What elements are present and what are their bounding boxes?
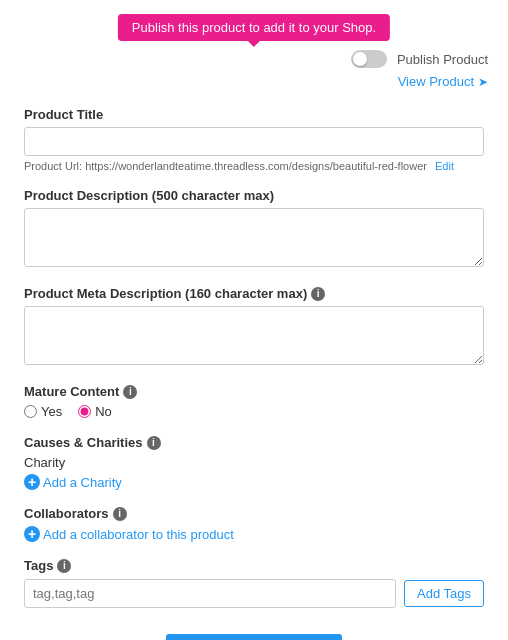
collaborators-label: Collaborators i	[24, 506, 484, 521]
add-charity-plus-icon: +	[24, 474, 40, 490]
add-collaborator-label: Add a collaborator to this product	[43, 527, 234, 542]
collaborators-info-icon[interactable]: i	[113, 507, 127, 521]
mature-content-info-icon[interactable]: i	[123, 385, 137, 399]
tags-input[interactable]	[24, 579, 396, 608]
product-meta-description-input[interactable]	[24, 306, 484, 365]
page-container: Publish this product to add it to your S…	[0, 0, 508, 640]
causes-charities-label: Causes & Charities i	[24, 435, 484, 450]
product-meta-description-label: Product Meta Description (160 character …	[24, 286, 484, 301]
tags-info-icon[interactable]: i	[57, 559, 71, 573]
product-description-section: Product Description (500 character max)	[0, 180, 508, 278]
product-title-input[interactable]	[24, 127, 484, 156]
product-title-label: Product Title	[24, 107, 484, 122]
product-description-input[interactable]	[24, 208, 484, 267]
view-product-arrow-icon: ➤	[478, 75, 488, 89]
publish-label: Publish Product	[397, 52, 488, 67]
mature-content-no-label: No	[95, 404, 112, 419]
publish-toggle[interactable]	[351, 50, 387, 68]
add-collaborator-plus-icon: +	[24, 526, 40, 542]
view-product-label: View Product	[398, 74, 474, 89]
view-product-link[interactable]: View Product ➤	[398, 74, 488, 89]
mature-content-section: Mature Content i Yes No	[0, 376, 508, 427]
add-charity-label: Add a Charity	[43, 475, 122, 490]
tooltip-text: Publish this product to add it to your S…	[132, 20, 376, 35]
product-meta-description-section: Product Meta Description (160 character …	[0, 278, 508, 376]
mature-content-yes-option[interactable]: Yes	[24, 404, 62, 419]
mature-content-no-radio[interactable]	[78, 405, 91, 418]
save-button-row: SAVE UPDATES	[0, 634, 508, 640]
tags-section: Tags i Add Tags	[0, 550, 508, 616]
causes-charities-info-icon[interactable]: i	[147, 436, 161, 450]
product-title-section: Product Title Product Url: https://wonde…	[0, 99, 508, 180]
mature-content-radio-group: Yes No	[24, 404, 484, 419]
tags-label: Tags i	[24, 558, 484, 573]
collaborators-section: Collaborators i + Add a collaborator to …	[0, 498, 508, 550]
mature-content-yes-label: Yes	[41, 404, 62, 419]
toggle-thumb	[353, 52, 367, 66]
view-product-row: View Product ➤	[0, 72, 508, 99]
product-url-value: https://wonderlandteatime.threadless.com…	[85, 160, 427, 172]
charity-item: Charity	[24, 455, 484, 470]
charity-name: Charity	[24, 455, 65, 470]
product-url-row: Product Url: https://wonderlandteatime.t…	[24, 160, 484, 172]
product-url-prefix: Product Url:	[24, 160, 82, 172]
mature-content-yes-radio[interactable]	[24, 405, 37, 418]
add-charity-link[interactable]: + Add a Charity	[24, 474, 484, 490]
mature-content-no-option[interactable]: No	[78, 404, 112, 419]
add-collaborator-link[interactable]: + Add a collaborator to this product	[24, 526, 484, 542]
meta-description-info-icon[interactable]: i	[311, 287, 325, 301]
tags-row: Add Tags	[24, 579, 484, 608]
product-description-label: Product Description (500 character max)	[24, 188, 484, 203]
causes-charities-section: Causes & Charities i Charity + Add a Cha…	[0, 427, 508, 498]
product-url-edit-link[interactable]: Edit	[435, 160, 454, 172]
mature-content-label: Mature Content i	[24, 384, 484, 399]
save-updates-button[interactable]: SAVE UPDATES	[166, 634, 343, 640]
add-tags-button[interactable]: Add Tags	[404, 580, 484, 607]
publish-tooltip: Publish this product to add it to your S…	[118, 14, 390, 41]
